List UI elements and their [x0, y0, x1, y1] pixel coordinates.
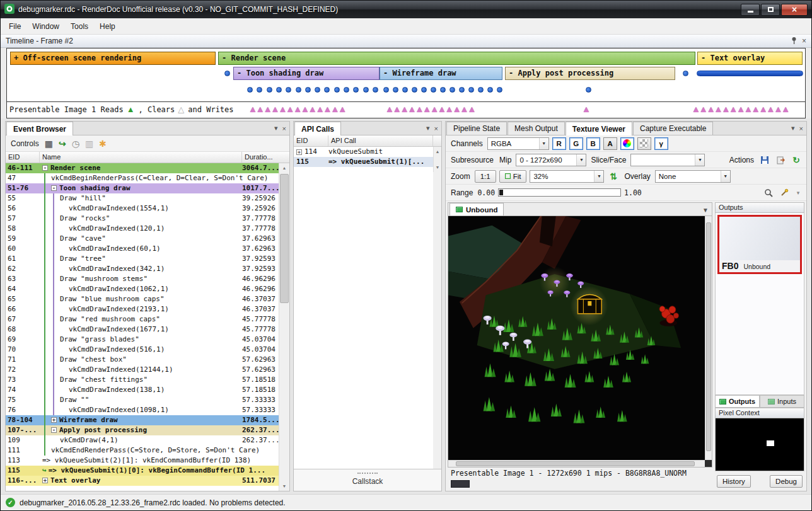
draw-marker-dot[interactable] — [487, 87, 493, 93]
expand-icon[interactable]: + — [296, 149, 302, 155]
event-row[interactable]: 63Draw "mushroom stems"46.96296 — [6, 274, 279, 284]
draw-marker-dot[interactable] — [450, 87, 455, 93]
event-row[interactable]: 116-...+Text overlay511.7037 — [6, 476, 279, 486]
event-row[interactable]: 71Draw "chest box"57.62963 — [6, 355, 279, 365]
statistics-icon[interactable]: ▥ — [85, 139, 93, 148]
close-button[interactable]: × — [781, 4, 808, 16]
range-min-value[interactable]: 0.00 — [477, 188, 495, 197]
tab-outputs[interactable]: Outputs — [715, 395, 760, 408]
texture-vscrollbar[interactable] — [705, 216, 712, 460]
scroll-down-icon[interactable]: ▼ — [434, 163, 441, 172]
export-icon[interactable] — [774, 154, 787, 166]
draw-marker-dot[interactable] — [286, 87, 291, 93]
overlay-combo[interactable]: None▼ — [655, 170, 731, 183]
range-handle[interactable] — [499, 190, 503, 195]
event-row[interactable]: 57Draw "rocks"37.77778 — [6, 214, 279, 224]
event-row[interactable]: 73Draw "chest fittings"57.18518 — [6, 375, 279, 385]
texture-tab-unbound[interactable]: Unbound — [450, 203, 504, 215]
panel-menu-icon[interactable]: ▾ — [791, 124, 795, 132]
scroll-up-icon[interactable]: ▲ — [279, 163, 289, 173]
draw-marker-dot[interactable] — [267, 87, 272, 93]
texture-hscrollbar[interactable] — [448, 460, 705, 467]
tab-mesh-output[interactable]: Mesh Output — [508, 122, 565, 135]
zoom-combo[interactable]: 32%▼ — [530, 170, 604, 183]
slice-face-combo[interactable]: ▼ — [630, 154, 705, 166]
pin-icon[interactable] — [791, 37, 797, 46]
event-row[interactable]: 46-111-Render scene3064.7... — [6, 163, 279, 173]
mip-combo[interactable]: 0 - 1272x690▼ — [516, 154, 586, 166]
draw-marker-dot[interactable] — [334, 87, 340, 93]
tab-texture-viewer[interactable]: Texture Viewer — [566, 122, 632, 135]
zoom-range-icon[interactable] — [762, 187, 775, 199]
event-row[interactable]: 55Draw "hill"39.25926 — [6, 193, 279, 204]
draw-marker-dot[interactable] — [344, 87, 349, 93]
splitter-grip[interactable] — [357, 473, 378, 474]
history-button[interactable]: History — [717, 475, 751, 488]
timeline-bar-render-scene[interactable]: - Render scene — [218, 52, 695, 65]
callstack-section[interactable]: Callstack — [294, 469, 441, 491]
timeline-bar-text-overlay[interactable]: - Text overlay — [697, 52, 803, 65]
panel-menu-icon[interactable]: ▾ — [426, 124, 430, 132]
api-row[interactable]: +114vkQueueSubmit — [294, 147, 433, 157]
draw-marker-dot[interactable] — [440, 87, 446, 93]
column-eid[interactable]: EID — [6, 152, 40, 163]
event-row[interactable]: 111vkCmdEndRenderPass(C=Store, D=Store, … — [6, 445, 279, 456]
channel-r-button[interactable]: R — [552, 137, 566, 150]
column-name[interactable]: Name — [40, 152, 242, 163]
tab-api-calls[interactable]: API Calls — [294, 122, 341, 135]
event-row[interactable]: 76vkCmdDrawIndexed(1098,1)57.33333 — [6, 405, 279, 415]
draw-marker-dot[interactable] — [257, 87, 262, 93]
draw-marker-dot[interactable] — [683, 71, 688, 76]
api-row[interactable]: 115=> vkQueueSubmit(1)[... — [294, 157, 433, 167]
draw-marker-dot[interactable] — [296, 87, 301, 93]
column-api-call[interactable]: API Call — [328, 135, 433, 146]
draw-marker-dot[interactable] — [373, 87, 378, 93]
pixel-context-view[interactable] — [715, 418, 804, 471]
timeline-bar-offscreen[interactable]: + Off-screen scene rendering — [10, 52, 216, 65]
channel-g-button[interactable]: G — [569, 137, 583, 150]
event-row[interactable]: 47vkCmdBeginRenderPass(C=Clear, D=Clear,… — [6, 173, 279, 183]
scroll-thumb[interactable] — [456, 461, 695, 466]
toolbar-overflow-icon[interactable]: ▾ — [794, 187, 803, 199]
column-eid[interactable]: EID — [294, 135, 328, 146]
event-row[interactable]: 60vkCmdDrawIndexed(60,1)37.62963 — [6, 244, 279, 254]
draw-marker-dot[interactable] — [459, 87, 465, 93]
timeline-bar-toon[interactable]: - Toon shading draw — [233, 67, 380, 80]
channel-a-button[interactable]: A — [603, 137, 617, 150]
draw-marker-dot[interactable] — [497, 87, 502, 93]
draw-marker-dot[interactable] — [324, 87, 330, 93]
draw-marker-dot[interactable] — [247, 87, 253, 93]
collapse-icon[interactable]: - — [51, 427, 57, 433]
menu-file[interactable]: File — [3, 20, 26, 33]
draw-marker-dot[interactable] — [478, 87, 484, 93]
event-row[interactable]: 72vkCmdDrawIndexed(12144,1)57.62963 — [6, 365, 279, 375]
draw-marker-dot[interactable] — [468, 87, 474, 93]
event-browser-scrollbar[interactable]: ▲ ▼ — [279, 163, 289, 491]
event-row[interactable]: 58vkCmdDrawIndexed(120,1)37.77778 — [6, 224, 279, 234]
panel-close-icon[interactable]: × — [799, 125, 803, 132]
time-durations-icon[interactable]: ◷ — [72, 139, 79, 148]
debug-button[interactable]: Debug — [770, 475, 803, 488]
scroll-up-icon[interactable]: ▲ — [434, 147, 441, 156]
channels-combo[interactable]: RGBA▼ — [487, 137, 549, 150]
scroll-down-icon[interactable]: ▼ — [279, 481, 289, 491]
scroll-thumb[interactable] — [706, 222, 711, 451]
column-duration[interactable]: Duratio... — [242, 152, 279, 163]
close-icon[interactable]: × — [802, 37, 806, 45]
panel-close-icon[interactable]: × — [434, 125, 438, 132]
collapse-icon[interactable]: - — [51, 185, 57, 191]
event-row[interactable]: 70vkCmdDrawIndexed(516,1)45.03704 — [6, 345, 279, 355]
minimize-button[interactable] — [741, 4, 760, 16]
scroll-thumb[interactable] — [280, 174, 289, 303]
draw-marker-dot[interactable] — [586, 87, 591, 93]
event-row[interactable]: 68vkCmdDrawIndexed(1677,1)45.77778 — [6, 324, 279, 335]
event-row[interactable]: 61Draw "tree"37.92593 — [6, 254, 279, 264]
goto-eid-icon[interactable]: ↪ — [59, 139, 66, 148]
draw-marker-dot[interactable] — [393, 87, 398, 93]
channel-b-button[interactable]: B — [586, 137, 600, 150]
event-row[interactable]: 66vkCmdDrawIndexed(2193,1)46.37037 — [6, 304, 279, 314]
event-row[interactable]: 74vkCmdDrawIndexed(138,1)57.18518 — [6, 385, 279, 395]
event-row[interactable]: 64vkCmdDrawIndexed(1062,1)46.96296 — [6, 284, 279, 294]
event-row[interactable]: 65Draw "blue mushroom caps"46.37037 — [6, 294, 279, 304]
checkerboard-button[interactable] — [637, 137, 651, 150]
